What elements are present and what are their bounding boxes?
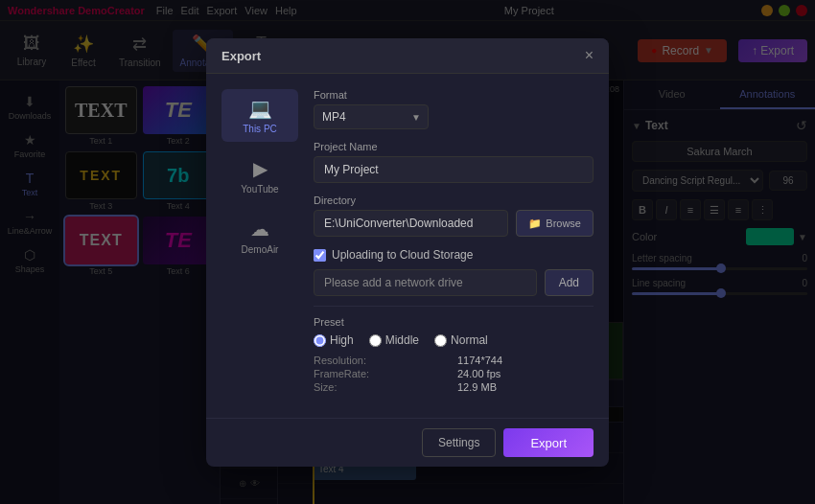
format-label: Format — [314, 89, 594, 101]
format-group: Format MP4 MOV AVI GIF ▼ — [314, 89, 594, 129]
add-drive-button[interactable]: Add — [545, 269, 594, 296]
preset-section: Preset High Middle — [314, 316, 594, 393]
directory-row: 📁 Browse — [314, 210, 594, 237]
directory-label: Directory — [314, 195, 594, 206]
project-name-group: Project Name — [314, 141, 594, 183]
modal-overlay: Export × 💻 This PC ▶ YouTube ☁ — [0, 0, 815, 504]
preset-info: Resolution: 1174*744 FrameRate: 24.00 fp… — [314, 355, 594, 393]
preset-middle[interactable]: Middle — [369, 333, 419, 347]
modal-nav-demoair[interactable]: ☁ DemoAir — [221, 210, 298, 263]
thispc-icon: 💻 — [248, 97, 272, 120]
settings-button[interactable]: Settings — [422, 428, 496, 457]
divider — [314, 306, 594, 307]
modal-footer: Settings Export — [206, 418, 609, 467]
format-select-wrapper: MP4 MOV AVI GIF ▼ — [314, 104, 429, 129]
modal-form: Format MP4 MOV AVI GIF ▼ — [314, 89, 594, 402]
browse-button[interactable]: 📁 Browse — [516, 210, 594, 237]
preset-high[interactable]: High — [314, 333, 354, 347]
cloud-label: Uploading to Cloud Storage — [332, 248, 473, 262]
directory-input[interactable] — [314, 210, 508, 237]
folder-icon: 📁 — [528, 218, 542, 230]
directory-group: Directory 📁 Browse — [314, 195, 594, 237]
network-drive-select[interactable]: Please add a network drive — [314, 269, 537, 296]
export-modal: Export × 💻 This PC ▶ YouTube ☁ — [206, 38, 609, 467]
modal-close-button[interactable]: × — [585, 48, 594, 63]
project-name-input[interactable] — [314, 156, 594, 183]
export-modal-button[interactable]: Export — [503, 428, 594, 457]
cloud-upload-row: Uploading to Cloud Storage — [314, 248, 594, 262]
modal-title: Export — [221, 49, 261, 63]
youtube-icon: ▶ — [253, 157, 268, 180]
preset-radios: High Middle Normal — [314, 333, 594, 347]
demoair-icon: ☁ — [250, 218, 269, 241]
modal-sidebar: 💻 This PC ▶ YouTube ☁ DemoAir — [221, 89, 594, 402]
format-select[interactable]: MP4 MOV AVI GIF — [314, 104, 429, 129]
modal-nav: 💻 This PC ▶ YouTube ☁ DemoAir — [221, 89, 298, 402]
cloud-checkbox[interactable] — [314, 249, 326, 262]
modal-nav-youtube[interactable]: ▶ YouTube — [221, 149, 298, 202]
project-name-label: Project Name — [314, 141, 594, 152]
modal-body: 💻 This PC ▶ YouTube ☁ DemoAir — [206, 74, 609, 418]
modal-nav-thispc[interactable]: 💻 This PC — [221, 89, 298, 142]
modal-header: Export × — [206, 38, 609, 74]
preset-label: Preset — [314, 316, 594, 328]
network-drive-row: Please add a network drive Add — [314, 269, 594, 296]
preset-normal[interactable]: Normal — [434, 333, 488, 347]
